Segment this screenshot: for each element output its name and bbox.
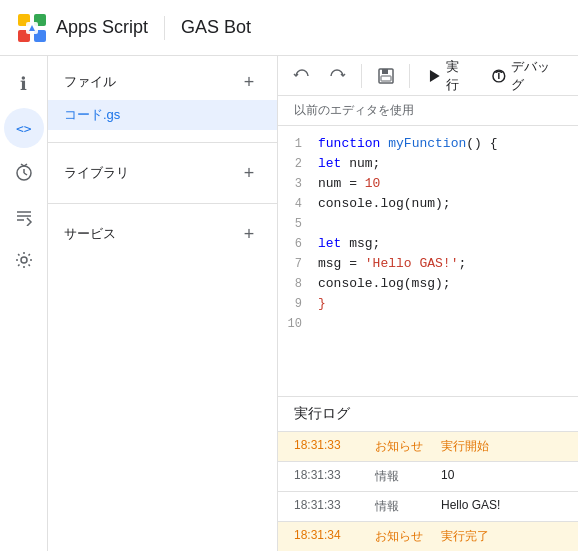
line-content: let msg; — [318, 234, 578, 254]
svg-point-15 — [21, 257, 27, 263]
plain-token: num = — [318, 176, 365, 191]
line-number: 3 — [278, 174, 318, 194]
libraries-section-header: ライブラリ + — [48, 155, 277, 191]
files-section: ファイル + コード.gs — [48, 56, 277, 138]
line-content: let num; — [318, 154, 578, 174]
brace-token: } — [318, 296, 326, 311]
sidebar-icon-clock[interactable] — [4, 152, 44, 192]
log-row: 18:31:33情報Hello GAS! — [278, 491, 578, 521]
line-content: function myFunction() { — [318, 134, 578, 154]
log-time: 18:31:33 — [294, 468, 359, 485]
libraries-section: ライブラリ + — [48, 147, 277, 199]
header-divider — [164, 16, 165, 40]
add-library-btn[interactable]: + — [237, 161, 261, 185]
run-icon — [426, 68, 442, 84]
deploy-icon — [14, 206, 34, 226]
editor-area: 実行 デバッグ 以前のエディタを使用 1function myFunction(… — [278, 56, 578, 551]
log-rows: 18:31:33お知らせ実行開始18:31:33情報1018:31:33情報He… — [278, 431, 578, 551]
files-section-header: ファイル + — [48, 64, 277, 100]
app-title: Apps Script — [56, 17, 148, 38]
debug-label: デバッグ — [511, 58, 562, 94]
undo-button[interactable] — [286, 60, 317, 92]
toolbar-sep-2 — [409, 64, 410, 88]
save-button[interactable] — [370, 60, 401, 92]
keyword-token: let — [318, 236, 341, 251]
editor-toolbar: 実行 デバッグ — [278, 56, 578, 96]
legacy-notice[interactable]: 以前のエディタを使用 — [278, 96, 578, 126]
log-level: お知らせ — [375, 528, 425, 545]
libraries-label: ライブラリ — [64, 164, 129, 182]
log-level: お知らせ — [375, 438, 425, 455]
toolbar-sep-1 — [361, 64, 362, 88]
line-content: } — [318, 294, 578, 314]
log-area: 実行ログ 18:31:33お知らせ実行開始18:31:33情報1018:31:3… — [278, 396, 578, 551]
sidebar-icon-code[interactable]: <> — [4, 108, 44, 148]
plain-token: msg; — [341, 236, 380, 251]
log-time: 18:31:34 — [294, 528, 359, 545]
svg-text:<>: <> — [16, 121, 32, 136]
code-line: 5 — [278, 214, 578, 234]
header: Apps Script GAS Bot — [0, 0, 578, 56]
plain-token: ; — [458, 256, 466, 271]
log-message: 10 — [441, 468, 562, 485]
line-number: 10 — [278, 314, 318, 334]
svg-rect-17 — [382, 69, 388, 74]
code-line: 1function myFunction() { — [278, 134, 578, 154]
function-name-token: myFunction — [388, 136, 466, 151]
run-label: 実行 — [446, 58, 471, 94]
sidebar-icon-settings[interactable] — [4, 240, 44, 280]
add-service-btn[interactable]: + — [237, 222, 261, 246]
file-item-code-gs[interactable]: コード.gs — [48, 100, 277, 130]
code-line: 2 let num; — [278, 154, 578, 174]
clock-icon — [14, 162, 34, 182]
svg-line-9 — [24, 173, 27, 175]
line-number: 5 — [278, 214, 318, 234]
log-message: Hello GAS! — [441, 498, 562, 515]
services-section-header: サービス + — [48, 216, 277, 252]
line-number: 4 — [278, 194, 318, 214]
log-row: 18:31:34お知らせ実行完了 — [278, 521, 578, 551]
plain-token: msg = — [318, 256, 365, 271]
log-level: 情報 — [375, 498, 425, 515]
string-token: 'Hello GAS!' — [365, 256, 459, 271]
file-item-name: コード.gs — [64, 106, 120, 124]
log-message: 実行開始 — [441, 438, 562, 455]
line-number: 2 — [278, 154, 318, 174]
debug-button[interactable]: デバッグ — [483, 56, 570, 98]
app-logo: Apps Script — [16, 12, 148, 44]
number-token: 10 — [365, 176, 381, 191]
code-icon: <> — [14, 118, 34, 138]
code-editor[interactable]: 1function myFunction() {2 let num;3 num … — [278, 126, 578, 396]
logo-icon — [16, 12, 48, 44]
add-file-btn[interactable]: + — [237, 70, 261, 94]
line-number: 9 — [278, 294, 318, 314]
code-line: 3 num = 10 — [278, 174, 578, 194]
sidebar-icon-deploy[interactable] — [4, 196, 44, 236]
divider-1 — [48, 142, 277, 143]
code-line: 9} — [278, 294, 578, 314]
line-number: 8 — [278, 274, 318, 294]
keyword-token: function — [318, 136, 380, 151]
redo-button[interactable] — [321, 60, 352, 92]
line-content: console.log(num); — [318, 194, 578, 214]
log-time: 18:31:33 — [294, 498, 359, 515]
svg-rect-18 — [381, 76, 391, 81]
line-number: 1 — [278, 134, 318, 154]
svg-marker-19 — [430, 70, 440, 82]
files-label: ファイル — [64, 73, 116, 91]
code-line: 7 msg = 'Hello GAS!'; — [278, 254, 578, 274]
line-number: 6 — [278, 234, 318, 254]
code-line: 6 let msg; — [278, 234, 578, 254]
project-title: GAS Bot — [181, 17, 251, 38]
log-message: 実行完了 — [441, 528, 562, 545]
services-label: サービス — [64, 225, 116, 243]
sidebar-icon-info[interactable]: ℹ — [4, 64, 44, 104]
run-button[interactable]: 実行 — [418, 56, 479, 98]
log-level: 情報 — [375, 468, 425, 485]
divider-2 — [48, 203, 277, 204]
plain-token: console.log(msg); — [318, 276, 451, 291]
sidebar-icons: ℹ <> — [0, 56, 48, 551]
log-title: 実行ログ — [278, 397, 578, 431]
code-line: 10 — [278, 314, 578, 334]
plain-token: () { — [466, 136, 497, 151]
